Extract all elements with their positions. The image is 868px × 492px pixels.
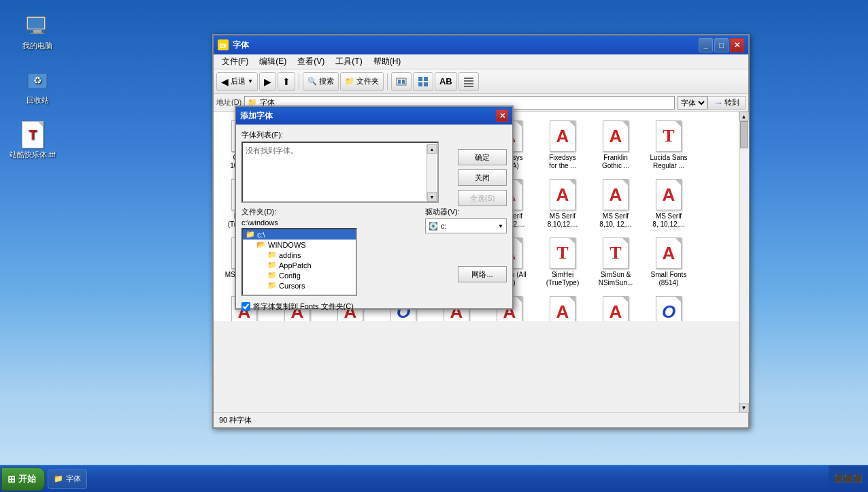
network-button[interactable]: 网络... — [458, 266, 507, 282]
font-label: MS Serif8, 10,12,... — [652, 212, 684, 229]
font-label: Lucida SansRegular ... — [650, 154, 687, 170]
tree-item-config[interactable]: 📁 Config — [265, 270, 356, 280]
tree-item-cursors[interactable]: 📁 Cursors — [265, 280, 356, 291]
view-filmstrip-button[interactable] — [391, 72, 412, 91]
font-icon: T — [655, 120, 682, 152]
font-item[interactable]: O Tahoma(TrueType) — [644, 293, 694, 321]
svg-rect-15 — [464, 83, 473, 84]
view-tiles-button[interactable] — [413, 72, 433, 91]
tree-item-addins-label: addins — [279, 251, 301, 259]
font-item[interactable]: A Small Fonts(8514) — [644, 234, 694, 290]
cancel-button[interactable]: 关闭 — [458, 169, 507, 186]
font-label: SimHei(TrueType) — [546, 271, 580, 287]
font-item[interactable]: A MS Serif8,10, 12,... — [590, 176, 641, 231]
tree-item-apppatch-label: AppPatch — [279, 261, 312, 269]
font-icon: T — [549, 237, 576, 269]
taskbar-item-fonts[interactable]: 📁 字体 — [48, 470, 87, 489]
tree-item-windows[interactable]: 📂 WINDOWS — [254, 240, 356, 250]
window-title-icon: 🗁 — [218, 39, 229, 50]
maximize-button[interactable]: □ — [714, 38, 729, 52]
folder-icon5: 📁 — [267, 281, 277, 290]
back-button[interactable]: ◀ 后退 ▼ — [216, 72, 258, 91]
scroll-thumb[interactable] — [740, 121, 748, 148]
svg-rect-11 — [418, 82, 422, 86]
svg-rect-9 — [418, 77, 422, 81]
select-all-button[interactable]: 全选(S) — [458, 190, 507, 206]
scroll-up-button[interactable]: ▲ — [739, 112, 749, 121]
font-item[interactable]: A MS Serif8,10,12,... — [537, 176, 588, 231]
font-item[interactable]: A System(VGA) — [590, 293, 641, 321]
scrollbar[interactable]: ▲ ▼ — [739, 112, 748, 412]
address-dropdown[interactable]: 字体 — [678, 96, 707, 110]
folder-tree[interactable]: 📁 c:\ 📂 WINDOWS 📁 addins 📁 — [241, 228, 357, 296]
desktop-icon-recycle[interactable]: ♻ 回收站 — [14, 68, 61, 105]
desktop: 我的电脑 ♻ 回收站 T 站酷快乐体.ttf 🗁 字体 _ □ — [0, 0, 868, 492]
svg-rect-7 — [398, 80, 401, 84]
font-file-label: 站酷快乐体.ttf — [10, 150, 55, 160]
view-list-button[interactable] — [458, 72, 479, 91]
folder-icon2: 📁 — [267, 250, 277, 259]
dialog-buttons: 确定 关闭 全选(S) — [458, 149, 507, 206]
confirm-button[interactable]: 确定 — [458, 149, 507, 165]
close-button[interactable]: ✕ — [730, 38, 744, 52]
up-button[interactable]: ⬆ — [278, 72, 295, 91]
scroll-track — [739, 121, 749, 403]
font-icon: O — [655, 295, 682, 321]
back-label: 后退 — [231, 76, 246, 86]
font-item[interactable]: T Lucida SansRegular ... — [644, 117, 694, 173]
font-label: FranklinGothic ... — [602, 154, 629, 170]
svg-rect-13 — [464, 78, 473, 79]
copy-checkbox-row: 将字体复制到 Fonts 文件夹(C) — [241, 301, 507, 312]
go-button[interactable]: → 转到 — [707, 96, 746, 110]
folder-label: 文件夹(D): — [241, 207, 420, 217]
font-label: Fixedsysfor the ... — [549, 154, 575, 170]
tree-item-addins[interactable]: 📁 addins — [265, 250, 356, 260]
font-item[interactable]: A MS Serif8, 10,12,... — [644, 176, 694, 231]
svg-rect-14 — [464, 80, 473, 82]
dialog-close-button[interactable]: ✕ — [496, 110, 508, 122]
folder-path: c:\windows — [241, 218, 420, 227]
font-item[interactable]: A System (Set#6) — [537, 293, 588, 321]
svg-rect-3 — [31, 33, 44, 34]
font-item[interactable]: A FranklinGothic ... — [590, 117, 641, 173]
desktop-icon-mycomputer[interactable]: 我的电脑 — [14, 14, 61, 51]
font-label: MS Serif8,10,12,... — [548, 212, 578, 229]
listbox-scroll-up[interactable]: ▲ — [427, 144, 437, 154]
minimize-button[interactable]: _ — [699, 38, 713, 52]
folder-icon3: 📁 — [267, 261, 277, 269]
svg-rect-12 — [424, 82, 428, 86]
menu-file[interactable]: 文件(F) — [216, 54, 254, 69]
menu-help[interactable]: 帮助(H) — [368, 54, 407, 69]
menu-tools[interactable]: 工具(T) — [330, 54, 367, 69]
toolbar-separator-2 — [387, 73, 388, 90]
search-button[interactable]: 🔍 搜索 — [303, 72, 339, 91]
listbox-scrollbar[interactable]: ▲ ▼ — [427, 144, 436, 200]
dialog-folder-row: 文件夹(D): c:\windows 📁 c:\ 📂 WINDOWS — [241, 207, 507, 296]
scroll-down-button[interactable]: ▼ — [739, 403, 749, 412]
svg-rect-1 — [28, 18, 44, 29]
taskbar-folder-icon: 📁 — [54, 474, 63, 483]
back-dropdown-icon[interactable]: ▼ — [248, 78, 253, 84]
font-icon: A — [602, 120, 629, 152]
tree-item-apppatch[interactable]: 📁 AppPatch — [265, 260, 356, 270]
tree-item-c[interactable]: 📁 c:\ — [243, 229, 356, 240]
copy-to-fonts-checkbox[interactable] — [241, 302, 250, 311]
font-listbox[interactable]: 没有找到字体。 ▲ ▼ — [241, 142, 439, 203]
folders-button[interactable]: 📁 文件夹 — [340, 72, 384, 91]
drive-select[interactable]: 💽 c: ▼ — [425, 218, 507, 233]
menu-edit[interactable]: 编辑(E) — [254, 54, 292, 69]
windows-logo-icon: ⊞ — [7, 474, 16, 485]
copy-to-fonts-label: 将字体复制到 Fonts 文件夹(C) — [253, 301, 354, 312]
taskbar-clock: ⬛⬛⬛ — [829, 465, 868, 492]
desktop-icon-font[interactable]: T 站酷快乐体.ttf — [5, 122, 60, 160]
font-item[interactable]: T SimHei(TrueType) — [537, 234, 588, 290]
menu-view[interactable]: 查看(V) — [292, 54, 330, 69]
menu-bar: 文件(F) 编辑(E) 查看(V) 工具(T) 帮助(H) — [214, 54, 748, 69]
search-icon: 🔍 — [307, 77, 317, 86]
start-button[interactable]: ⊞ 开始 — [1, 468, 45, 491]
forward-button[interactable]: ▶ — [259, 72, 276, 91]
font-item[interactable]: A Fixedsysfor the ... — [537, 117, 588, 173]
listbox-scroll-down[interactable]: ▼ — [427, 192, 437, 201]
view-ab-button[interactable]: AB — [435, 72, 457, 91]
font-item[interactable]: T SimSun &NSimSun... — [590, 234, 641, 290]
